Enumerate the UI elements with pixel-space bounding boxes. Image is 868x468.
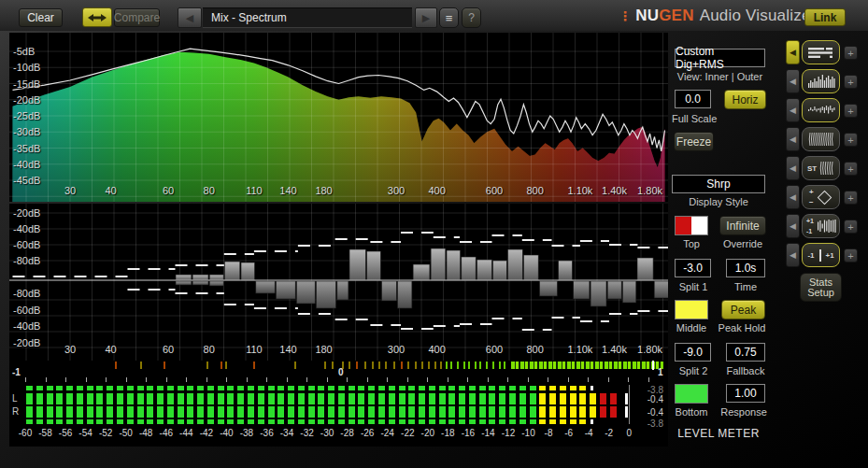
- view4-spectrogram-button[interactable]: [802, 127, 840, 151]
- view2-add-button[interactable]: +: [844, 75, 858, 89]
- meter-segment: [378, 406, 385, 418]
- meter-segment: [358, 386, 364, 390]
- meter-scale-label: -4: [585, 428, 593, 438]
- view2-spectrum-bars-button[interactable]: [802, 69, 840, 93]
- view4-add-button[interactable]: +: [844, 133, 858, 147]
- link-button[interactable]: Link: [804, 8, 846, 26]
- view6-vectorscope-button[interactable]: + −: [802, 185, 840, 209]
- bars-db-label: -20dB: [13, 207, 40, 219]
- view8-correlation-meter-button[interactable]: -1 +1: [802, 243, 840, 267]
- stats-setup-line2: Setup: [807, 288, 834, 298]
- spectrum-freq-label: 300: [388, 185, 405, 196]
- view4-collapse-button[interactable]: ◀: [786, 127, 800, 151]
- view7-correlation-history-button[interactable]: +1 -1: [802, 214, 840, 238]
- meter-scale-label: -46: [160, 428, 173, 438]
- meter-segment: [570, 419, 576, 424]
- meter-segment: [197, 419, 204, 424]
- top-color-swatch[interactable]: [675, 216, 708, 235]
- bars-db-label: -80dB: [13, 255, 40, 266]
- spectrum-db-label: -40dB: [13, 159, 40, 170]
- view3-add-button[interactable]: +: [844, 104, 858, 118]
- vectorscope-diamond-icon: [818, 190, 832, 205]
- meter-segment: [318, 419, 324, 424]
- clear-button[interactable]: Clear: [19, 8, 63, 27]
- ruler-tick: [568, 377, 569, 382]
- help-button[interactable]: ?: [462, 7, 481, 28]
- full-scale-value[interactable]: 0.0: [675, 90, 711, 108]
- preset-selector[interactable]: Mix - Spectrum: [203, 7, 412, 28]
- ruler-tick: [387, 377, 388, 382]
- correlation-tick: [486, 362, 488, 369]
- response-value[interactable]: 1.00: [726, 384, 765, 403]
- view7-collapse-button[interactable]: ◀: [786, 214, 800, 238]
- ruler-tick: [25, 377, 26, 382]
- time-value[interactable]: 1.0s: [726, 259, 765, 277]
- split2-value[interactable]: -9.0: [675, 343, 711, 362]
- meter-mode-display[interactable]: Custom Dig+RMS: [675, 49, 765, 67]
- infinite-button[interactable]: Infinite: [719, 216, 766, 235]
- ruler-tick: [146, 377, 147, 382]
- preset-prev-button[interactable]: ◀: [178, 7, 202, 28]
- view8-collapse-button[interactable]: ◀: [786, 243, 800, 267]
- meter-segment: [66, 393, 73, 404]
- stereo-spectrogram-icon: [819, 160, 834, 177]
- fallback-value[interactable]: 0.75: [726, 343, 765, 362]
- meter-segment: [338, 406, 345, 418]
- view3-difference-button[interactable]: [802, 98, 840, 122]
- correlation-marker: [652, 361, 654, 370]
- bars-db-label: -40dB: [13, 320, 40, 332]
- view7-add-button[interactable]: +: [844, 220, 858, 234]
- meter-segment: [408, 386, 415, 390]
- spectrum-db-label: -10dB: [13, 62, 40, 73]
- view8-add-button[interactable]: +: [844, 248, 858, 262]
- meter-segment: [207, 406, 214, 418]
- meter-segment: [277, 393, 284, 404]
- preset-menu-button[interactable]: ≡: [439, 7, 459, 28]
- view6-collapse-button[interactable]: ◀: [786, 185, 800, 209]
- meter-segment: [288, 419, 294, 424]
- meter-segment: [539, 406, 546, 418]
- view6-add-button[interactable]: +: [844, 191, 858, 205]
- stats-setup-button[interactable]: Stats Setup: [800, 273, 842, 302]
- bars-freq-label: 30: [64, 344, 76, 355]
- horiz-button[interactable]: Horiz: [724, 90, 766, 109]
- meter-segment: [207, 419, 214, 424]
- view1-add-button[interactable]: +: [844, 46, 858, 60]
- meter-segment: [349, 386, 355, 390]
- preset-next-button[interactable]: ▶: [415, 7, 437, 28]
- view5-collapse-button[interactable]: ◀: [786, 156, 800, 180]
- logo-nu: NU: [635, 7, 659, 25]
- meter-segment: [439, 406, 446, 418]
- ab-swap-button[interactable]: [82, 7, 112, 27]
- peak-hold-button[interactable]: Peak: [721, 300, 765, 319]
- view5-stereo-spectrogram-button[interactable]: ST: [802, 156, 840, 180]
- meter-segment: [328, 386, 334, 390]
- freeze-button[interactable]: Freeze: [674, 132, 714, 151]
- meter-segment: [26, 419, 33, 424]
- meter-segment: [358, 393, 364, 404]
- view-mode-label[interactable]: View: Inner | Outer: [671, 71, 769, 82]
- correlation-tick: [463, 362, 465, 369]
- meter-segment: [328, 393, 334, 404]
- meter-segment: [77, 386, 83, 390]
- meter-segment: [389, 393, 395, 404]
- view2-collapse-button[interactable]: ◀: [786, 69, 800, 93]
- compare-button[interactable]: Compare: [114, 8, 160, 27]
- meter-segment: [499, 406, 505, 418]
- split1-value[interactable]: -3.0: [675, 259, 711, 277]
- meter-segment: [479, 406, 486, 418]
- view1-level-meter-button[interactable]: [802, 40, 840, 64]
- spectrum-freq-label: 400: [428, 185, 445, 196]
- meter-segment: [469, 419, 476, 424]
- bottom-color-swatch[interactable]: [675, 384, 708, 404]
- meter-segment: [56, 406, 63, 418]
- meter-segment: [117, 406, 123, 418]
- meter-segment: [207, 386, 214, 390]
- display-style-value[interactable]: Shrp: [672, 175, 765, 193]
- view3-collapse-button[interactable]: ◀: [786, 98, 800, 122]
- view5-add-button[interactable]: +: [844, 162, 858, 176]
- meter-segment: [207, 393, 214, 404]
- correlation-meter-strip: -1 0 1: [9, 361, 668, 376]
- view1-collapse-button[interactable]: ◀: [786, 40, 800, 64]
- middle-color-swatch[interactable]: [675, 300, 708, 319]
